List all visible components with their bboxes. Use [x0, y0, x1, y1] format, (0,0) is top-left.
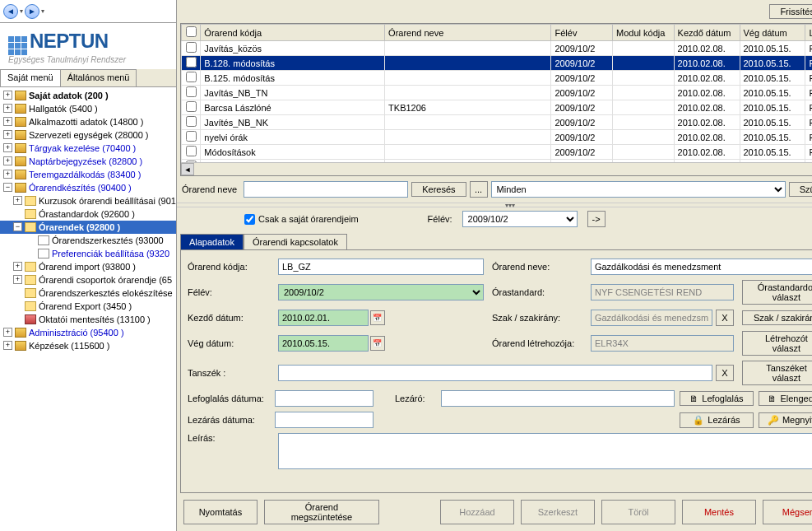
tree-item[interactable]: +Alkalmazotti adatok (14800 ) [0, 115, 176, 128]
nav-back-button[interactable]: ◄ [3, 4, 18, 19]
table-row[interactable]: B.128. módosítás2009/10/22010.02.08.2010… [181, 56, 812, 71]
tab-schedule-relations[interactable]: Órarendi kapcsolatok [244, 234, 347, 249]
start-date-input[interactable] [278, 310, 369, 326]
grid-column-header[interactable]: Órarend kódja [201, 25, 385, 41]
expander-icon[interactable]: − [3, 183, 12, 192]
tree-item[interactable]: +Hallgatók (5400 ) [0, 102, 176, 115]
close-button[interactable]: 🔒Lezárás [680, 412, 754, 428]
edit-button[interactable]: Szerkeszt [521, 500, 595, 524]
terminate-schedule-button[interactable]: Órarend megszüntetése [264, 500, 379, 524]
expander-icon[interactable]: + [3, 170, 12, 179]
row-checkbox[interactable] [186, 101, 197, 112]
expander-icon[interactable]: + [13, 262, 22, 271]
choose-major-button[interactable]: Szak / szakirány [742, 310, 812, 325]
department-clear-button[interactable]: X [716, 365, 734, 381]
search-name-input[interactable] [244, 181, 408, 198]
tab-own-menu[interactable]: Saját menü [0, 69, 61, 86]
reserve-date-input[interactable] [275, 390, 374, 407]
term-go-button[interactable]: -> [587, 211, 606, 227]
tree-item[interactable]: +Órarendi csoportok órarendje (65 [0, 273, 176, 286]
table-row[interactable]: Módosítások2009/10/22010.02.08.2010.05.1… [181, 145, 812, 160]
tree-item[interactable]: Órarendszerkesztés (93000 [0, 234, 176, 247]
tree-item[interactable]: Preferenciák beállítása (9320 [0, 247, 176, 260]
row-checkbox[interactable] [186, 131, 197, 142]
cancel-button[interactable]: Mégsem [763, 500, 812, 524]
end-date-input[interactable] [278, 335, 369, 352]
scroll-left-button[interactable]: ◄ [181, 163, 194, 175]
grid-header-checkbox[interactable] [181, 25, 200, 41]
description-textarea[interactable] [278, 433, 812, 469]
expander-icon[interactable]: + [3, 341, 12, 350]
expander-icon[interactable]: − [13, 222, 22, 231]
choose-creator-button[interactable]: Létrehozót választ [742, 331, 812, 356]
tab-basic-data[interactable]: Alapadatok [180, 234, 244, 249]
tree-item[interactable]: +Szervezeti egységek (28000 ) [0, 128, 176, 142]
search-button[interactable]: Keresés [411, 182, 466, 197]
table-row[interactable]: Javítés_NB_NK2009/10/22010.02.08.2010.05… [181, 115, 812, 130]
nav-tree[interactable]: +Saját adatok (200 )+Hallgatók (5400 )+A… [0, 87, 176, 531]
tree-item[interactable]: −Órarendkészítés (90400 ) [0, 181, 176, 194]
expander-icon[interactable]: + [3, 328, 12, 337]
table-row[interactable]: Barcsa LászlónéTKB12062009/10/22010.02.0… [181, 100, 812, 115]
nav-forward-dropdown[interactable]: ▾ [41, 7, 44, 15]
save-button[interactable]: Mentés [682, 500, 756, 524]
expander-icon[interactable]: + [3, 91, 12, 100]
grid-column-header[interactable]: Kezdő dátum [674, 25, 740, 41]
expander-icon[interactable]: + [3, 104, 12, 113]
row-checkbox[interactable] [186, 86, 197, 97]
refresh-button[interactable]: Frissítés [769, 4, 812, 19]
grid-column-header[interactable]: Félév [551, 25, 613, 41]
tree-item[interactable]: +Naptárbejegyzések (82800 ) [0, 155, 176, 168]
tree-item[interactable]: Oktatói mentesítés (13100 ) [0, 313, 176, 326]
expander-icon[interactable]: + [13, 275, 22, 284]
filter-select[interactable]: Minden [491, 181, 786, 198]
term-form-select[interactable]: 2009/10/2 [278, 284, 484, 300]
term-select[interactable]: 2009/10/2 [462, 211, 578, 227]
table-row[interactable]: Javítás_közös2009/10/22010.02.08.2010.05… [181, 41, 812, 56]
choose-standard-button[interactable]: Órastandardot választ [742, 280, 812, 305]
row-checkbox[interactable] [186, 116, 197, 127]
table-row[interactable]: B.125. módosítás2009/10/22010.02.08.2010… [181, 71, 812, 86]
delete-button[interactable]: Töröl [601, 500, 675, 524]
expander-icon[interactable]: + [13, 196, 22, 205]
department-input[interactable] [278, 365, 712, 381]
row-checkbox[interactable] [186, 146, 197, 156]
expander-icon[interactable]: + [3, 156, 12, 165]
grid-column-header[interactable]: Vég dátum [740, 25, 805, 41]
tree-item[interactable]: Órarendszerkesztés elokészítése [0, 286, 176, 300]
tree-item[interactable]: Órastandardok (92600 ) [0, 207, 176, 221]
expander-icon[interactable]: + [3, 117, 12, 126]
grid-column-header[interactable]: Létre [805, 25, 812, 41]
expander-icon[interactable]: + [3, 130, 12, 139]
tree-item[interactable]: +Képzések (115600 ) [0, 339, 176, 352]
row-checkbox[interactable] [186, 57, 197, 68]
table-row[interactable]: Javítás_NB_TN2009/10/22010.02.08.2010.05… [181, 86, 812, 100]
nav-forward-button[interactable]: ► [25, 4, 39, 19]
choose-department-button[interactable]: Tanszéket választ [742, 361, 812, 385]
reserve-button[interactable]: 🗎Lefoglalás [680, 391, 754, 406]
name-input[interactable] [591, 259, 812, 275]
end-date-picker-icon[interactable]: 📅 [370, 336, 385, 351]
tree-item[interactable]: +Saját adatok (200 ) [0, 89, 176, 102]
table-row[interactable]: nyelvi órák2009/10/22010.02.08.2010.05.1… [181, 130, 812, 145]
closer-input[interactable] [441, 390, 675, 407]
tree-item[interactable]: +Adminisztráció (95400 ) [0, 326, 176, 339]
row-checkbox[interactable] [186, 72, 197, 82]
row-checkbox[interactable] [186, 42, 197, 53]
tree-item[interactable]: −Órarendek (92800 ) [0, 221, 176, 234]
tree-item[interactable]: Órarend Export (3450 ) [0, 300, 176, 313]
tree-item[interactable]: +Tárgyak kezelése (70400 ) [0, 142, 176, 155]
close-date-input[interactable] [275, 412, 374, 428]
tab-general-menu[interactable]: Általános menü [60, 69, 137, 86]
add-button[interactable]: Hozzáad [440, 500, 514, 524]
tree-item[interactable]: +Órarend import (93800 ) [0, 260, 176, 273]
tree-item[interactable]: +Kurzusok órarendi beállításai (901 [0, 194, 176, 207]
grid-hscrollbar[interactable]: ◄ ► [181, 162, 812, 175]
nav-back-dropdown[interactable]: ▾ [20, 7, 23, 15]
tree-item[interactable]: +Teremgazdálkodás (83400 ) [0, 168, 176, 181]
own-schedules-checkbox[interactable]: Csak a saját órarendjeim [244, 214, 359, 225]
expander-icon[interactable]: + [3, 143, 12, 152]
open-button[interactable]: 🔑Megnyitás [759, 412, 812, 428]
start-date-picker-icon[interactable]: 📅 [370, 310, 385, 325]
major-clear-button[interactable]: X [716, 310, 734, 326]
